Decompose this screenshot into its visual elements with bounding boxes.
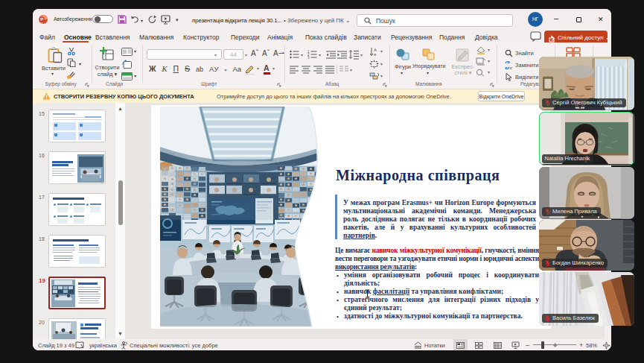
svg-text:P: P [40,17,43,22]
svg-text:c: c [510,66,512,69]
svg-text:3: 3 [307,56,310,60]
svg-text:я: я [374,52,376,57]
